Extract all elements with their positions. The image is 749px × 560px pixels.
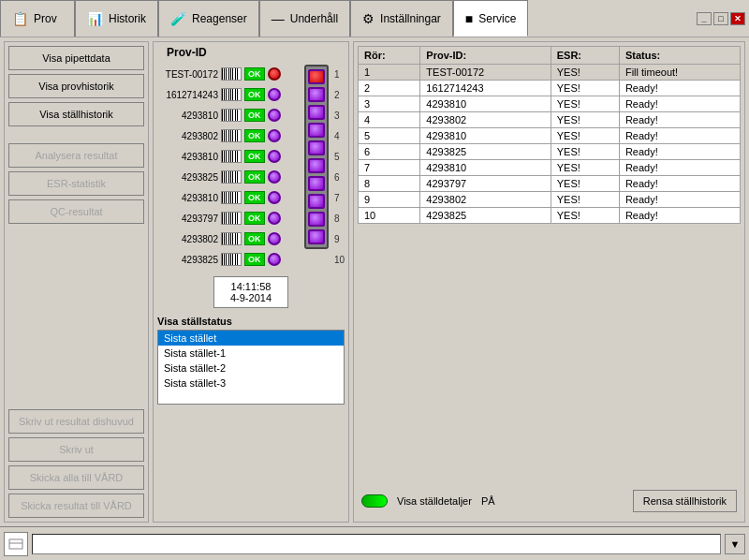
ok-badge: OK <box>244 170 265 184</box>
analysera-resultat-button[interactable]: Analysera resultat <box>8 143 144 168</box>
rack-number: 2 <box>334 85 345 104</box>
tab-installningar[interactable]: ⚙ Inställningar <box>350 0 453 37</box>
sample-id: 4293810 <box>157 152 218 162</box>
indicator-circle <box>268 67 281 81</box>
stallstatus-listbox[interactable]: Sista ställetSista stället-1Sista ställe… <box>157 330 345 405</box>
listbox-item[interactable]: Sista stället-2 <box>158 361 344 376</box>
rack-item: 4293802 OK <box>157 229 299 248</box>
cell-esr: YES! <box>551 208 619 224</box>
cell-status: Ready! <box>619 144 740 160</box>
table-row: 3 4293810 YES! Ready! <box>359 96 741 112</box>
cell-status: Fill timeout! <box>619 65 740 81</box>
tube-slot <box>308 87 325 102</box>
prov-id-label: Prov-ID <box>167 46 345 59</box>
cell-esr: YES! <box>551 128 619 144</box>
cell-status: Ready! <box>619 112 740 128</box>
ok-badge: OK <box>244 150 265 163</box>
barcode-icon <box>221 129 242 142</box>
status-arrow[interactable]: ▼ <box>725 534 745 554</box>
skriv-ut-dis-button[interactable]: Skriv ut resultat dishuvud <box>8 409 144 434</box>
table-row: 8 4293797 YES! Ready! <box>359 176 741 192</box>
sample-list: TEST-00172 OK 1612714243 OK 4293810 OK 4… <box>157 65 299 269</box>
qc-resultat-button[interactable]: QC-resultat <box>8 199 144 224</box>
esr-statistik-button[interactable]: ESR-statistik <box>8 171 144 196</box>
toggle-led[interactable] <box>361 494 388 508</box>
rack-number: 10 <box>334 250 345 269</box>
cell-esr: YES! <box>551 112 619 128</box>
cell-ror: 3 <box>359 96 420 112</box>
rack-item: TEST-00172 OK <box>157 65 299 83</box>
table-row: 1 TEST-00172 YES! Fill timeout! <box>359 65 741 81</box>
tube-slot <box>308 140 325 155</box>
rack-number: 1 <box>334 65 345 83</box>
rack-item: 4293810 OK <box>157 147 299 166</box>
sample-id: 1612714243 <box>157 90 218 100</box>
col-prov-id: Prov-ID: <box>420 47 551 65</box>
rack-number: 7 <box>334 188 345 207</box>
barcode-icon <box>221 170 242 184</box>
rack-tube-container <box>304 65 329 249</box>
cell-prov-id: TEST-00172 <box>420 65 551 81</box>
tab-reagenser[interactable]: 🧪 Reagenser <box>158 0 259 37</box>
skriv-ut-button[interactable]: Skriv ut <box>8 437 144 462</box>
barcode-icon <box>221 88 242 101</box>
rensa-stallhistorik-button[interactable]: Rensa ställhistorik <box>633 490 737 512</box>
rack-item: 4293810 OK <box>157 188 299 207</box>
cell-status: Ready! <box>619 176 740 192</box>
col-esr: ESR: <box>551 47 619 65</box>
maximize-button[interactable]: □ <box>713 12 728 25</box>
cell-status: Ready! <box>619 96 740 112</box>
listbox-item[interactable]: Sista stället-1 <box>158 346 344 361</box>
sample-id: 4293825 <box>157 172 218 183</box>
indicator-circle <box>268 109 281 122</box>
sample-id: 4293802 <box>157 234 218 244</box>
cell-ror: 4 <box>359 112 420 128</box>
cell-prov-id: 4293810 <box>420 128 551 144</box>
status-bar: ▼ <box>0 526 749 560</box>
indicator-circle <box>268 212 281 225</box>
data-table: Rör: Prov-ID: ESR: Status: 1 TEST-00172 … <box>358 46 741 224</box>
tab-prov[interactable]: 📋 Prov <box>0 0 75 37</box>
tube-slot <box>308 212 325 227</box>
visa-stallhistorik-button[interactable]: Visa ställhistorik <box>8 102 144 126</box>
visa-stalldetaljer-label: Visa ställdetaljer <box>397 495 472 507</box>
tab-underhall[interactable]: — Underhåll <box>259 0 350 37</box>
rack-number: 4 <box>334 126 345 145</box>
barcode-icon <box>221 67 242 81</box>
ok-badge: OK <box>244 212 265 225</box>
ok-badge: OK <box>244 88 265 101</box>
center-panel: Prov-ID TEST-00172 OK 1612714243 OK 4293… <box>153 41 349 523</box>
toggle-state-label: PÅ <box>481 495 495 507</box>
cell-prov-id: 4293825 <box>420 144 551 160</box>
cell-esr: YES! <box>551 81 619 96</box>
skicka-alla-button[interactable]: Skicka alla till VÅRD <box>8 465 144 490</box>
col-ror: Rör: <box>359 47 420 65</box>
sample-id: 4293825 <box>157 255 218 265</box>
status-input[interactable] <box>32 534 721 554</box>
minimize-button[interactable]: _ <box>697 12 712 25</box>
visa-pipettdata-button[interactable]: Visa pipettdata <box>8 46 144 70</box>
indicator-circle <box>268 253 281 266</box>
visa-provhistorik-button[interactable]: Visa provhistorik <box>8 74 144 98</box>
tab-historik[interactable]: 📊 Historik <box>75 0 158 37</box>
rack-item: 4293802 OK <box>157 126 299 145</box>
close-button[interactable]: ✕ <box>730 12 745 25</box>
skicka-resultat-button[interactable]: Skicka resultat till VÅRD <box>8 494 144 518</box>
tube-slot <box>308 69 325 84</box>
rack-number: 3 <box>334 106 345 125</box>
tab-service[interactable]: ■ Service <box>453 0 528 37</box>
main-container: Visa pipettdata Visa provhistorik Visa s… <box>0 37 749 526</box>
cell-ror: 8 <box>359 176 420 192</box>
cell-status: Ready! <box>619 81 740 96</box>
visa-stallstatus-label: Visa ställstatus <box>157 316 345 327</box>
rack-item: 4293825 OK <box>157 168 299 186</box>
listbox-item[interactable]: Sista stället-3 <box>158 376 344 391</box>
indicator-circle <box>268 150 281 163</box>
tube-slot <box>308 194 325 209</box>
window-controls: _ □ ✕ <box>693 0 749 37</box>
status-icon <box>4 532 28 556</box>
listbox-item[interactable]: Sista stället <box>158 331 344 346</box>
indicator-circle <box>268 129 281 142</box>
table-row: 10 4293825 YES! Ready! <box>359 208 741 224</box>
cell-prov-id: 1612714243 <box>420 81 551 96</box>
